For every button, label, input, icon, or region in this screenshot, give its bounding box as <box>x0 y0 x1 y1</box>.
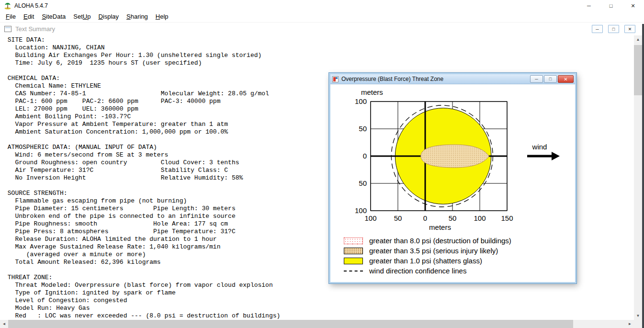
legend-label: greater than 3.5 psi (serious injury lik… <box>369 247 498 255</box>
svg-text:0: 0 <box>423 214 427 222</box>
svg-text:100: 100 <box>355 206 367 215</box>
summary-line: Red : LOC was never exceeded --- (8.0 ps… <box>4 312 634 320</box>
scroll-left-button[interactable]: ◄ <box>0 320 8 328</box>
svg-text:150: 150 <box>501 214 513 222</box>
legend-swatch-dashed-line <box>344 271 363 271</box>
summary-line: Time: July 6, 2019 1235 hours ST (user s… <box>4 59 634 67</box>
app-icon <box>4 2 11 10</box>
menu-item-setup[interactable]: SetUp <box>69 11 94 22</box>
vertical-scroll-thumb[interactable] <box>634 45 642 95</box>
summary-line: Model Run: Heavy Gas <box>4 305 634 312</box>
threat-plot: meters1005005010010050050100150meterswin… <box>330 84 575 234</box>
text-summary-icon <box>4 26 11 32</box>
horizontal-scrollbar[interactable]: ◄ ► <box>0 320 634 328</box>
aloha-application-window: { "app": { "title": "ALOHA 5.4.7", "cont… <box>0 0 644 328</box>
threat-close-button[interactable]: ✕ <box>558 75 574 83</box>
threat-maximize-button[interactable]: □ <box>544 75 557 83</box>
legend-row: greater than 1.0 psi (shatters glass) <box>344 256 511 266</box>
text-summary-titlebar[interactable]: Text Summary ─ □ ✕ <box>0 23 644 35</box>
horizontal-scroll-thumb[interactable] <box>8 320 573 328</box>
svg-text:50: 50 <box>449 214 457 222</box>
minimize-button[interactable]: ─ <box>578 0 600 11</box>
legend-swatch-yellow <box>344 258 363 264</box>
threat-window-icon <box>332 76 339 82</box>
svg-text:50: 50 <box>359 179 367 187</box>
threat-minimize-button[interactable]: ─ <box>530 75 543 83</box>
legend-swatch-red-dotted <box>344 238 363 244</box>
scrollbar-corner <box>634 320 642 328</box>
summary-line: Type of Ignition: ignited by spark or fl… <box>4 289 634 297</box>
vertical-scrollbar[interactable]: ▲ ▼ <box>634 35 642 320</box>
threat-window-buttons: ─ □ ✕ <box>530 75 574 83</box>
legend-label: greater than 8.0 psi (destruction of bui… <box>369 237 511 245</box>
scroll-right-button[interactable]: ► <box>626 320 634 328</box>
threat-zone-titlebar[interactable]: Overpressure (Blast Force) Threat Zone ─… <box>330 74 575 84</box>
text-summary-close-button[interactable]: ✕ <box>624 25 635 33</box>
svg-text:meters: meters <box>429 223 451 231</box>
legend-row: greater than 8.0 psi (destruction of bui… <box>344 236 511 246</box>
svg-text:0: 0 <box>363 152 367 160</box>
threat-zone-window: Overpressure (Blast Force) Threat Zone ─… <box>329 73 576 283</box>
text-summary-buttons: ─ □ ✕ <box>592 25 635 33</box>
close-button[interactable]: ✕ <box>622 0 644 11</box>
text-summary-minimize-button[interactable]: ─ <box>592 25 603 33</box>
legend-row: wind direction confidence lines <box>344 266 511 276</box>
svg-text:50: 50 <box>394 214 402 222</box>
menu-item-sharing[interactable]: Sharing <box>123 11 152 22</box>
menu-item-sitedata[interactable]: SiteData <box>38 11 69 22</box>
scroll-down-button[interactable]: ▼ <box>634 312 642 320</box>
summary-line: Building Air Exchanges Per Hour: 1.30 (u… <box>4 52 634 59</box>
svg-text:50: 50 <box>359 124 367 133</box>
svg-text:100: 100 <box>364 214 376 222</box>
text-summary-maximize-button[interactable]: □ <box>608 25 619 33</box>
legend-swatch-tan <box>344 248 363 254</box>
summary-line: Level of Congestion: congested <box>4 297 634 305</box>
text-summary-title: Text Summary <box>15 25 55 33</box>
caption-buttons: ─ □ ✕ <box>578 0 644 11</box>
scroll-up-button[interactable]: ▲ <box>634 35 642 44</box>
legend-row: greater than 3.5 psi (serious injury lik… <box>344 246 511 256</box>
menu-item-display[interactable]: Display <box>94 11 123 22</box>
legend-label: greater than 1.0 psi (shatters glass) <box>369 257 482 265</box>
summary-line: Location: NANJING, CHIAN <box>4 44 634 52</box>
desktop-edge <box>642 24 644 328</box>
menu-item-help[interactable]: Help <box>152 11 172 22</box>
svg-text:meters: meters <box>361 88 383 96</box>
svg-text:100: 100 <box>474 214 486 222</box>
legend-label: wind direction confidence lines <box>369 267 466 275</box>
svg-text:wind: wind <box>532 143 547 151</box>
threat-zone-body: meters1005005010010050050100150meterswin… <box>330 84 575 282</box>
summary-line: SITE DATA: <box>4 36 634 44</box>
menu-bar: FileEditSiteDataSetUpDisplaySharingHelp <box>0 11 644 23</box>
threat-legend: greater than 8.0 psi (destruction of bui… <box>344 236 511 276</box>
threat-window-title: Overpressure (Blast Force) Threat Zone <box>341 76 443 82</box>
menu-item-file[interactable]: File <box>2 11 20 22</box>
app-title: ALOHA 5.4.7 <box>14 2 48 9</box>
svg-text:100: 100 <box>355 97 367 105</box>
title-bar[interactable]: ALOHA 5.4.7 ─ □ ✕ <box>0 0 644 11</box>
maximize-button[interactable]: □ <box>600 0 622 11</box>
menu-item-edit[interactable]: Edit <box>20 11 38 22</box>
